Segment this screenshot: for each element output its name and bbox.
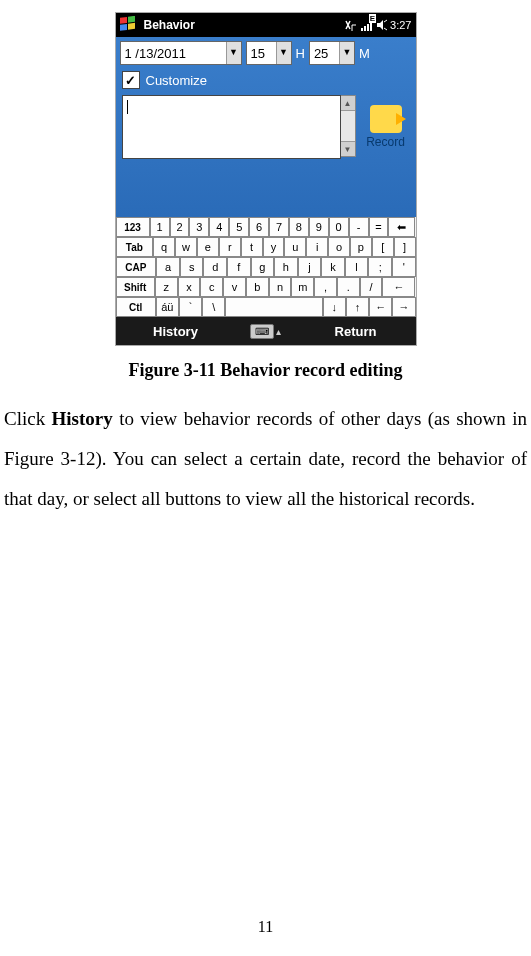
kb-key[interactable]: b	[246, 277, 269, 297]
customize-row: ✓ Customize	[116, 69, 416, 95]
kb-key[interactable]: ]	[394, 237, 416, 257]
customize-label: Customize	[146, 73, 207, 88]
kb-key[interactable]: v	[223, 277, 246, 297]
kb-enter[interactable]: ←	[382, 277, 415, 297]
scroll-down-button[interactable]: ▼	[341, 141, 355, 156]
kb-key[interactable]: p	[350, 237, 372, 257]
kb-key[interactable]: -	[349, 217, 369, 237]
softkey-bar: History ⌨ ▴ Return	[116, 317, 416, 345]
record-arrow-icon	[370, 105, 402, 133]
kb-key[interactable]: [	[372, 237, 394, 257]
kb-key[interactable]: s	[180, 257, 204, 277]
kb-key[interactable]: x	[178, 277, 201, 297]
kb-key[interactable]: t	[241, 237, 263, 257]
kb-key[interactable]: c	[200, 277, 223, 297]
body-pre: Click	[4, 408, 52, 429]
kb-key[interactable]: q	[153, 237, 175, 257]
kb-backspace[interactable]: ⬅	[388, 217, 415, 237]
signal-type-badge: E	[369, 14, 376, 23]
spacer	[116, 165, 416, 217]
kb-key[interactable]: 6	[249, 217, 269, 237]
customize-checkbox[interactable]: ✓	[122, 71, 140, 89]
kb-key[interactable]: ;	[368, 257, 392, 277]
kb-key[interactable]: d	[203, 257, 227, 277]
svg-rect-1	[128, 16, 135, 23]
kb-key[interactable]: 8	[289, 217, 309, 237]
minute-value: 25	[314, 46, 328, 61]
kb-key[interactable]: 3	[189, 217, 209, 237]
kb-key[interactable]: `	[179, 297, 202, 317]
kb-key[interactable]: 5	[229, 217, 249, 237]
kb-key[interactable]: j	[298, 257, 322, 277]
kb-key[interactable]: ,	[314, 277, 337, 297]
kb-key[interactable]: h	[274, 257, 298, 277]
record-button-label: Record	[366, 135, 405, 149]
window-title: Behavior	[140, 18, 345, 32]
connection-icon[interactable]	[344, 19, 358, 31]
kb-shift[interactable]: Shift	[116, 277, 155, 297]
signal-icon[interactable]: E	[360, 18, 374, 32]
body-bold: History	[52, 408, 113, 429]
kb-key[interactable]: 4	[209, 217, 229, 237]
kb-key[interactable]: 1	[150, 217, 170, 237]
kb-key[interactable]: l	[345, 257, 369, 277]
body-paragraph: Click History to view behavior records o…	[2, 399, 529, 519]
windows-start-icon[interactable]	[116, 13, 140, 37]
kb-arrow-up[interactable]: ↑	[346, 297, 369, 317]
hour-picker[interactable]: 15 ▼	[246, 41, 292, 65]
kb-key[interactable]: u	[284, 237, 306, 257]
kb-key[interactable]: y	[263, 237, 285, 257]
date-value: 1 /13/2011	[125, 46, 186, 61]
kb-accents[interactable]: áü	[156, 297, 179, 317]
kb-space[interactable]	[225, 297, 322, 317]
kb-mode-123[interactable]: 123	[116, 217, 150, 237]
kb-ctrl[interactable]: Ctl	[116, 297, 156, 317]
kb-arrow-down[interactable]: ↓	[323, 297, 346, 317]
kb-key[interactable]: '	[392, 257, 416, 277]
kb-key[interactable]: g	[251, 257, 275, 277]
keyboard-toggle[interactable]: ⌨ ▴	[236, 324, 296, 339]
volume-icon[interactable]	[376, 19, 388, 31]
textarea-scrollbar[interactable]: ▲ ▼	[341, 95, 356, 157]
minute-picker[interactable]: 25 ▼	[309, 41, 355, 65]
app-body: 1 /13/2011 ▼ 15 ▼ H 25 ▼ M ✓ Customize	[116, 37, 416, 217]
kb-key[interactable]: 7	[269, 217, 289, 237]
kb-key[interactable]: 2	[170, 217, 190, 237]
kb-key[interactable]: f	[227, 257, 251, 277]
kb-key[interactable]: w	[175, 237, 197, 257]
kb-caps[interactable]: CAP	[116, 257, 157, 277]
behavior-textarea[interactable]	[122, 95, 341, 159]
kb-key[interactable]: r	[219, 237, 241, 257]
svg-rect-7	[370, 22, 372, 31]
note-row: ▲ ▼ Record	[116, 95, 416, 165]
kb-key[interactable]: m	[291, 277, 314, 297]
date-time-row: 1 /13/2011 ▼ 15 ▼ H 25 ▼ M	[116, 37, 416, 69]
dropdown-arrow-icon: ▼	[339, 42, 354, 64]
kb-arrow-left[interactable]: ←	[369, 297, 392, 317]
kb-key[interactable]: e	[197, 237, 219, 257]
scroll-up-button[interactable]: ▲	[341, 96, 355, 111]
return-softkey[interactable]: Return	[296, 324, 416, 339]
kb-arrow-right[interactable]: →	[392, 297, 415, 317]
kb-key[interactable]: 9	[309, 217, 329, 237]
kb-key[interactable]: \	[202, 297, 225, 317]
clock[interactable]: 3:27	[390, 19, 411, 31]
keyboard-icon: ⌨	[250, 324, 274, 339]
system-tray: E 3:27	[344, 18, 415, 32]
kb-key[interactable]: n	[269, 277, 292, 297]
kb-tab[interactable]: Tab	[116, 237, 154, 257]
kb-key[interactable]: 0	[329, 217, 349, 237]
dropdown-arrow-icon: ▼	[276, 42, 291, 64]
kb-key[interactable]: i	[306, 237, 328, 257]
kb-key[interactable]: k	[321, 257, 345, 277]
kb-key[interactable]: =	[369, 217, 389, 237]
kb-key[interactable]: .	[337, 277, 360, 297]
kb-key[interactable]: a	[156, 257, 180, 277]
kb-key[interactable]: /	[360, 277, 383, 297]
chevron-up-icon: ▴	[276, 326, 281, 337]
history-softkey[interactable]: History	[116, 324, 236, 339]
kb-key[interactable]: z	[155, 277, 178, 297]
kb-key[interactable]: o	[328, 237, 350, 257]
record-button[interactable]: Record	[362, 95, 410, 159]
date-picker[interactable]: 1 /13/2011 ▼	[120, 41, 242, 65]
